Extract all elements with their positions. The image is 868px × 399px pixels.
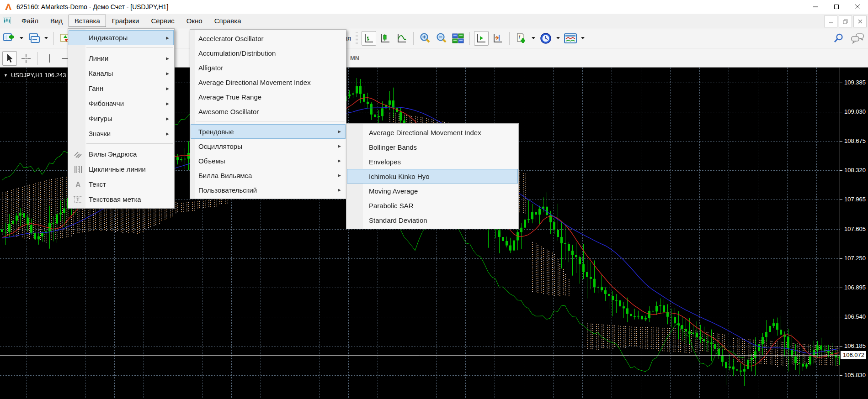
menu-separator [86, 143, 173, 144]
chart-window-icon[interactable] [3, 17, 12, 25]
price-tick-label: 107.605 [844, 226, 866, 232]
zoom-out-button[interactable] [434, 31, 449, 46]
toolbar-grip[interactable] [356, 32, 358, 44]
menu-insert[interactable]: Вставка [69, 15, 106, 27]
price-tick-label: 108.675 [844, 137, 866, 144]
menu-item-label: Ichimoku Kinko Hyo [369, 173, 517, 180]
candlesticks-button[interactable] [378, 31, 393, 46]
insert-menu-item-текст[interactable]: AТекст [69, 177, 174, 192]
indicators-dropdown-icon[interactable] [532, 37, 535, 39]
cycle-lines-icon [73, 164, 84, 175]
profiles-dropdown-icon[interactable] [44, 37, 48, 39]
menu-window[interactable]: Окно [181, 15, 208, 27]
menu-item-label: Parabolic SAR [369, 202, 517, 210]
indicator-item-accumulation-distribution[interactable]: Accumulation/Distribution [191, 46, 346, 60]
trend-item-ichimoku-kinko-hyo[interactable]: Ichimoku Kinko Hyo [347, 169, 518, 184]
child-window-controls [824, 16, 867, 27]
menu-help[interactable]: Справка [208, 15, 247, 27]
insert-menu-item-цикличные-линии[interactable]: Цикличные линии [69, 162, 174, 177]
mt4-window: { "window": { "title": "625160: AMarkets… [0, 0, 868, 399]
standard-toolbar-right [833, 28, 864, 48]
indicator-item-accelerator-oscillator[interactable]: Accelerator Oscillator [191, 31, 346, 46]
menu-service[interactable]: Сервис [145, 15, 180, 27]
indicator-item-билла-вильямса[interactable]: Билла Вильямса▶ [191, 168, 346, 183]
insert-menu-item-ганн[interactable]: Ганн▶ [69, 81, 174, 96]
child-minimize-button[interactable] [824, 16, 837, 27]
child-close-button[interactable] [853, 16, 867, 27]
insert-menu-item-линии[interactable]: Линии▶ [69, 51, 174, 66]
insert-menu-item-значки[interactable]: Значки▶ [69, 126, 174, 141]
trend-item-envelopes[interactable]: Envelopes [347, 154, 518, 169]
child-restore-button[interactable] [839, 16, 852, 27]
line-chart-button[interactable] [394, 31, 409, 46]
andrews-pitchfork-icon [73, 149, 84, 160]
menu-charts[interactable]: Графики [106, 15, 145, 27]
minimize-button[interactable] [805, 0, 826, 14]
indicators-list-button[interactable]: f [514, 31, 528, 46]
indicator-item-average-directional-movement-index[interactable]: Average Directional Movement Index [191, 75, 346, 89]
svg-text:T: T [76, 197, 80, 202]
indicator-item-awesome-oscillator[interactable]: Awesome Oscillator [191, 104, 346, 119]
periods-dropdown-icon[interactable] [556, 37, 560, 39]
new-chart-button[interactable] [2, 31, 16, 46]
price-tick-mark [840, 170, 842, 171]
text-label-icon: T [73, 194, 84, 205]
menu-item-label: Пользовательский [198, 186, 345, 194]
price-tick-mark [840, 200, 842, 200]
toolbar-separator [509, 32, 510, 45]
trend-item-parabolic-sar[interactable]: Parabolic SAR [347, 198, 518, 213]
toolbar-separator [413, 32, 414, 45]
price-tick-label: 106.895 [844, 284, 866, 291]
insert-menu-item-индикаторы[interactable]: Индикаторы▶ [69, 30, 174, 45]
menu-item-label: Объемы [198, 157, 345, 165]
search-icon[interactable] [833, 33, 844, 44]
close-button[interactable] [847, 0, 868, 14]
bar-chart-button[interactable] [362, 31, 376, 46]
periods-button[interactable] [538, 31, 553, 46]
amarkets-logo-icon [4, 2, 13, 11]
cursor-button[interactable] [2, 51, 17, 66]
indicator-item-alligator[interactable]: Alligator [191, 60, 346, 75]
trend-item-average-directional-movement-index[interactable]: Average Directional Movement Index [347, 125, 518, 140]
menu-item-label: Вилы Эндрюса [89, 150, 173, 158]
trend-item-standard-deviation[interactable]: Standard Deviation [347, 213, 518, 227]
indicator-item-осцилляторы[interactable]: Осцилляторы▶ [191, 139, 346, 153]
price-tick-label: 109.385 [844, 79, 866, 86]
symbol-period-price: USDJPY,H1 106.243 [11, 72, 66, 79]
chat-icon[interactable] [851, 33, 864, 44]
indicator-item-average-true-range[interactable]: Average True Range [191, 89, 346, 104]
insert-menu-item-вилы-эндрюса[interactable]: Вилы Эндрюса [69, 147, 174, 162]
auto-scroll-button[interactable] [474, 31, 489, 46]
trend-item-bollinger-bands[interactable]: Bollinger Bands [347, 140, 518, 154]
profiles-button[interactable] [27, 31, 41, 46]
submenu-arrow-icon: ▶ [166, 101, 169, 106]
insert-menu-item-фигуры[interactable]: Фигуры▶ [69, 111, 174, 126]
insert-menu-item-фибоначчи[interactable]: Фибоначчи▶ [69, 96, 174, 111]
period-mn-button[interactable]: MN [344, 51, 366, 66]
templates-button[interactable] [563, 31, 578, 46]
chart-symbol-label: ▼ USDJPY,H1 106.243 [4, 72, 66, 79]
price-axis[interactable]: 109.385109.030108.675108.320107.965107.6… [840, 68, 868, 399]
submenu-arrow-icon: ▶ [338, 144, 341, 148]
indicator-item-пользовательский[interactable]: Пользовательский▶ [191, 183, 346, 197]
insert-menu-item-текстовая-метка[interactable]: TТекстовая метка [69, 192, 174, 207]
vertical-line-button[interactable] [42, 51, 57, 66]
new-chart-dropdown-icon[interactable] [20, 37, 23, 39]
price-tick-mark [840, 317, 842, 317]
indicator-item-трендовые[interactable]: Трендовые▶ [191, 124, 346, 139]
price-tick-mark [840, 229, 842, 229]
tile-windows-button[interactable] [451, 31, 465, 46]
menu-view[interactable]: Вид [44, 15, 69, 27]
maximize-button[interactable] [826, 0, 847, 14]
crosshair-button[interactable] [19, 51, 33, 66]
zoom-in-button[interactable] [418, 31, 432, 46]
menu-item-label: Awesome Oscillator [198, 108, 345, 116]
templates-dropdown-icon[interactable] [581, 37, 585, 39]
menu-item-label: Average True Range [198, 93, 345, 101]
chart-context-arrow-icon[interactable]: ▼ [4, 73, 8, 78]
trend-item-moving-average[interactable]: Moving Average [347, 184, 518, 198]
insert-menu-item-каналы[interactable]: Каналы▶ [69, 66, 174, 81]
indicator-item-объемы[interactable]: Объемы▶ [191, 153, 346, 168]
menu-file[interactable]: Файл [16, 15, 44, 27]
chart-shift-button[interactable] [490, 31, 505, 46]
